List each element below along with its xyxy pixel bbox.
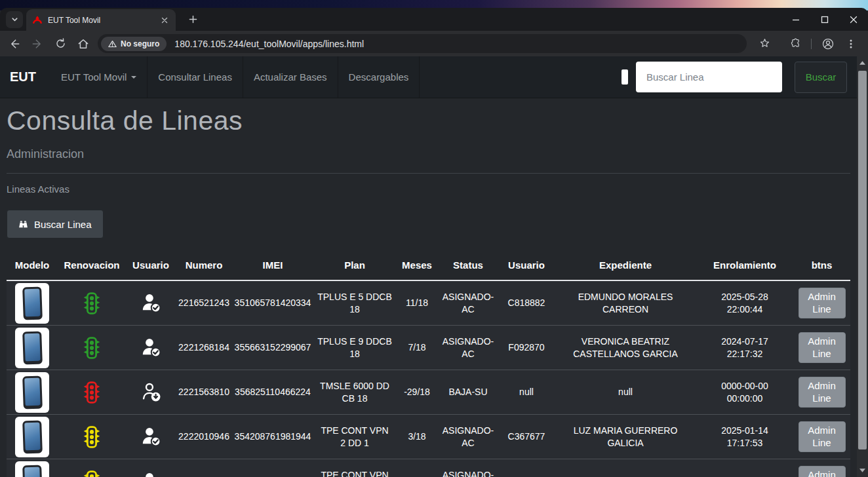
search-line-input[interactable] xyxy=(636,62,782,92)
bookmark-star-icon[interactable] xyxy=(754,33,775,54)
forward-button[interactable] xyxy=(27,33,48,54)
admin-line-button[interactable]: Admin Line xyxy=(799,288,846,319)
table-row: 2216521243 351065781420334 TPLUS E 5 DDC… xyxy=(7,281,850,326)
cell-meses: -29/18 xyxy=(396,386,438,398)
cell-meses: 3/18 xyxy=(396,430,438,443)
section-label: Lineas Activas xyxy=(7,183,850,195)
user-status-icon xyxy=(140,426,162,448)
binoculars-icon xyxy=(18,219,28,229)
buscar-linea-button[interactable]: Buscar Linea xyxy=(7,210,104,238)
col-header-plan: Plan xyxy=(313,259,396,271)
traffic-light-icon xyxy=(82,337,102,359)
tab-search-button[interactable] xyxy=(6,11,23,28)
cell-status: ASIGNADO-AC xyxy=(438,335,498,360)
cell-meses: 7/18 xyxy=(396,341,438,354)
col-header-modelo: Modelo xyxy=(7,259,58,271)
cell-plan: TPE CONT VPN 2 DD 1 xyxy=(313,425,396,449)
new-tab-button[interactable] xyxy=(184,11,201,28)
phone-thumbnail xyxy=(15,417,49,457)
nav-item-consultar-lineas[interactable]: Consultar Lineas xyxy=(148,56,243,98)
reload-button[interactable] xyxy=(50,33,71,54)
enrol-date: 0000-00-00 xyxy=(721,380,768,392)
address-bar[interactable]: No seguro 180.176.105.244/eut_toolMovil/… xyxy=(98,34,747,53)
divider xyxy=(7,173,850,174)
webpage-viewport: EUT EUT Tool Movil Consultar Lineas Actu… xyxy=(0,56,868,477)
phone-thumbnail xyxy=(15,461,49,477)
minimize-button[interactable] xyxy=(781,8,810,31)
col-header-usuario: Usuario xyxy=(126,259,176,271)
table-row: 2222010946 354208761981944 TPE CONT VPN … xyxy=(7,415,850,459)
tab-close-icon[interactable] xyxy=(159,14,170,26)
phone-thumbnail xyxy=(15,328,49,368)
security-chip[interactable]: No seguro xyxy=(101,37,167,51)
enrol-time: 22:00:44 xyxy=(727,303,763,316)
table-row: 2221563810 356825110466224 TMSLE 6000 DD… xyxy=(7,370,850,415)
admin-line-button[interactable]: Admin Line xyxy=(799,421,846,453)
home-button[interactable] xyxy=(73,33,94,54)
cell-imei: 351065781420334 xyxy=(232,297,313,309)
cell-status: ASIGNADO-AC xyxy=(438,291,498,316)
site-favicon-flame-icon xyxy=(32,15,43,26)
cell-imei: 356825110466224 xyxy=(232,386,313,398)
cell-plan: TPE CONT VPN 2 xyxy=(313,469,396,477)
cell-usuario: C818882 xyxy=(498,297,555,309)
browser-tab[interactable]: EUT Tool Movil xyxy=(26,9,176,31)
scrollbar-thumb[interactable] xyxy=(858,71,867,449)
cell-status: BAJA-SU xyxy=(438,386,498,398)
site-navbar: EUT EUT Tool Movil Consultar Lineas Actu… xyxy=(0,56,857,98)
enrol-date: 2025-05-28 xyxy=(721,291,768,303)
col-header-meses: Meses xyxy=(396,259,438,271)
navbar-brand[interactable]: EUT xyxy=(0,69,50,85)
nav-item-descargables[interactable]: Descargables xyxy=(338,56,420,98)
profile-avatar-icon[interactable] xyxy=(818,33,838,54)
col-header-status: Status xyxy=(438,259,498,271)
enrol-time: 17:17:53 xyxy=(727,437,763,449)
cell-expediente: null xyxy=(555,386,696,398)
cell-enrolamiento: 0000-00-00 00:00:00 xyxy=(696,380,793,405)
white-box-artifact xyxy=(621,69,628,85)
scroll-up-arrow-icon[interactable] xyxy=(857,58,868,68)
user-status-icon xyxy=(140,381,162,403)
table-row: TPE CONT VPN 2 ASIGNADO-AC 2025-04-28 Ad… xyxy=(7,459,850,477)
cell-imei: 355663152299067 xyxy=(232,341,313,354)
enrol-time: 22:17:32 xyxy=(727,348,763,360)
warning-icon xyxy=(108,40,117,48)
page-subtitle: Administracion xyxy=(7,147,850,161)
cell-plan: TPLUS E 9 DDCB 18 xyxy=(313,335,396,360)
phone-thumbnail xyxy=(15,372,49,413)
col-header-numero: Numero xyxy=(176,259,232,271)
cell-numero: 2222010946 xyxy=(176,430,232,443)
col-header-imei: IMEI xyxy=(232,259,313,271)
back-button[interactable] xyxy=(4,33,25,54)
maximize-button[interactable] xyxy=(810,8,839,31)
extensions-puzzle-icon[interactable] xyxy=(784,33,805,54)
page-scrollbar[interactable] xyxy=(857,56,868,477)
cell-expediente: LUZ MARIA GUERRERO GALICIA xyxy=(555,425,696,449)
col-header-enrolamiento: Enrolamiento xyxy=(696,259,793,271)
cell-meses: 11/18 xyxy=(396,297,438,309)
cell-imei: 354208761981944 xyxy=(232,430,313,443)
buscar-button[interactable]: Buscar xyxy=(795,62,847,93)
table-header-row: Modelo Renovacion Usuario Numero IMEI Pl… xyxy=(7,250,850,281)
cell-usuario: C367677 xyxy=(498,430,555,443)
admin-line-button[interactable]: Admin Line xyxy=(799,332,846,364)
lines-table: Modelo Renovacion Usuario Numero IMEI Pl… xyxy=(7,250,850,477)
col-header-renovacion: Renovacion xyxy=(58,259,126,271)
scroll-down-arrow-icon[interactable] xyxy=(857,465,868,476)
traffic-light-icon xyxy=(82,426,102,448)
nav-item-eut-tool-movil[interactable]: EUT Tool Movil xyxy=(50,56,148,98)
cell-numero: 2221268184 xyxy=(176,341,232,354)
buscar-linea-label: Buscar Linea xyxy=(34,219,92,230)
cell-usuario: null xyxy=(498,386,555,398)
cell-status: ASIGNADO-AC xyxy=(438,469,498,477)
admin-line-button[interactable]: Admin Line xyxy=(799,466,846,477)
page-content: Consulta de Lineas Administracion Lineas… xyxy=(0,105,857,477)
nav-item-label: Consultar Lineas xyxy=(158,71,232,83)
page-title: Consulta de Lineas xyxy=(7,105,850,136)
menu-kebab-icon[interactable] xyxy=(840,33,861,54)
cell-plan: TMSLE 6000 DD CB 18 xyxy=(313,380,396,405)
close-window-button[interactable] xyxy=(839,8,868,31)
col-header-expediente: Expediente xyxy=(555,259,696,271)
nav-item-actualizar-bases[interactable]: Actualizar Bases xyxy=(243,56,338,98)
admin-line-button[interactable]: Admin Line xyxy=(799,377,846,408)
